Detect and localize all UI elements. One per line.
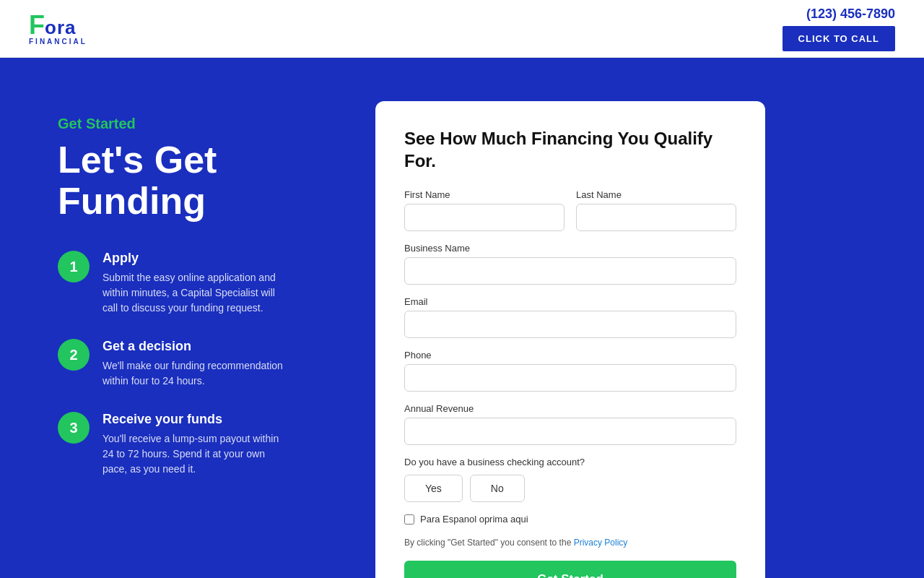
step-1-content: Apply Submit the easy online application… (103, 251, 290, 316)
business-name-input[interactable] (404, 257, 736, 285)
last-name-input[interactable] (576, 204, 736, 231)
phone-label: Phone (404, 350, 736, 361)
no-button[interactable]: No (470, 475, 525, 502)
privacy-policy-link[interactable]: Privacy Policy (574, 538, 628, 548)
site-header: F ora FINANCIAL (123) 456-7890 CLICK TO … (0, 0, 924, 58)
logo-ora-text: ora (45, 18, 76, 37)
annual-revenue-label: Annual Revenue (404, 403, 736, 414)
step-1-title: Apply (103, 251, 290, 266)
step-3-desc: You'll receive a lump-sum payout within … (103, 431, 290, 477)
last-name-label: Last Name (576, 189, 736, 200)
last-name-group: Last Name (576, 189, 736, 231)
step-1-desc: Submit the easy online application and w… (103, 270, 290, 316)
revenue-row: Annual Revenue (404, 403, 736, 445)
form-title: See How Much Financing You Qualify For. (404, 127, 736, 172)
espanol-label: Para Espanol oprima aqui (420, 514, 528, 525)
name-row: First Name Last Name (404, 189, 736, 231)
step-3: 3 Receive your funds You'll receive a lu… (58, 412, 332, 477)
annual-revenue-input[interactable] (404, 418, 736, 445)
main-heading: Let's Get Funding (58, 139, 332, 222)
step-2: 2 Get a decision We'll make our funding … (58, 339, 332, 389)
yes-button[interactable]: Yes (404, 475, 463, 502)
email-label: Email (404, 296, 736, 307)
business-name-group: Business Name (404, 243, 736, 285)
step-1-number: 1 (58, 251, 90, 282)
email-group: Email (404, 296, 736, 338)
checking-radio-group: Yes No (404, 475, 736, 502)
first-name-label: First Name (404, 189, 565, 200)
step-1: 1 Apply Submit the easy online applicati… (58, 251, 332, 316)
first-name-input[interactable] (404, 204, 565, 231)
phone-row: Phone (404, 350, 736, 392)
main-content: Get Started Let's Get Funding 1 Apply Su… (0, 58, 924, 578)
checking-question: Do you have a business checking account? (404, 457, 736, 467)
get-started-label: Get Started (58, 116, 332, 132)
click-to-call-button[interactable]: CLICK TO CALL (783, 26, 895, 51)
first-name-group: First Name (404, 189, 565, 231)
email-row: Email (404, 296, 736, 338)
step-2-desc: We'll make our funding recommendation wi… (103, 358, 290, 389)
step-2-title: Get a decision (103, 339, 290, 354)
phone-group: Phone (404, 350, 736, 392)
step-3-content: Receive your funds You'll receive a lump… (103, 412, 290, 477)
business-name-label: Business Name (404, 243, 736, 254)
espanol-checkbox[interactable] (404, 514, 414, 525)
logo-text: F ora FINANCIAL (29, 12, 87, 46)
phone-number: (123) 456-7890 (806, 7, 895, 22)
step-3-title: Receive your funds (103, 412, 290, 427)
business-name-row: Business Name (404, 243, 736, 285)
step-2-number: 2 (58, 339, 90, 371)
header-right: (123) 456-7890 CLICK TO CALL (783, 7, 895, 51)
annual-revenue-group: Annual Revenue (404, 403, 736, 445)
checking-section: Do you have a business checking account?… (404, 457, 736, 502)
phone-input[interactable] (404, 364, 736, 392)
logo-f-letter: F (29, 12, 45, 38)
step-3-number: 3 (58, 412, 90, 444)
logo: F ora FINANCIAL (29, 12, 87, 46)
get-started-button[interactable]: Get Started (404, 561, 736, 578)
email-input[interactable] (404, 311, 736, 338)
logo-financial-text: FINANCIAL (29, 38, 87, 46)
espanol-row: Para Espanol oprima aqui (404, 514, 736, 525)
left-panel: Get Started Let's Get Funding 1 Apply Su… (58, 101, 332, 477)
step-2-content: Get a decision We'll make our funding re… (103, 339, 290, 389)
consent-text: By clicking "Get Started" you consent to… (404, 536, 736, 549)
steps-list: 1 Apply Submit the easy online applicati… (58, 251, 332, 477)
form-card: See How Much Financing You Qualify For. … (375, 101, 765, 578)
